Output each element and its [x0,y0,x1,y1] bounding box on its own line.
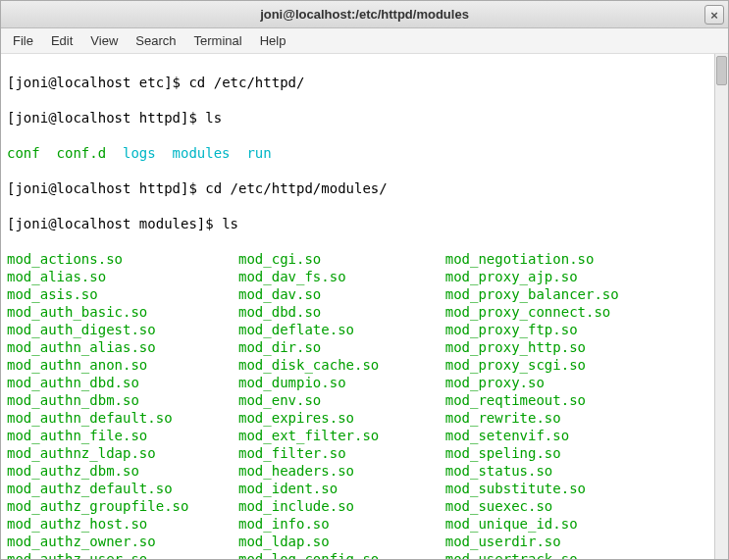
file-entry: mod_authz_user.so [7,550,238,559]
menu-edit[interactable]: Edit [51,33,73,48]
file-entry: mod_authn_alias.so [7,338,238,356]
window-title: joni@localhost:/etc/httpd/modules [260,7,469,22]
menu-file[interactable]: File [13,33,33,48]
file-entry: mod_dbd.so [238,303,445,321]
file-entry: mod_reqtimeout.so [445,391,619,409]
file-entry: mod_setenvif.so [445,427,619,444]
terminal-line: [joni@localhost httpd]$ cd /etc/httpd/mo… [7,179,722,197]
ls-column-2: mod_cgi.somod_dav_fs.somod_dav.somod_dbd… [238,250,445,559]
file-entry: mod_proxy_ftp.so [445,321,619,338]
file-entry: mod_authz_owner.so [7,533,238,550]
file-entry: mod_auth_basic.so [7,303,238,321]
file-entry: mod_deflate.so [238,321,445,338]
file-entry: mod_speling.so [445,444,619,462]
menu-bar: File Edit View Search Terminal Help [1,28,728,54]
command-text: ls [205,110,222,126]
terminal-line: [joni@localhost modules]$ ls [7,215,722,232]
file-entry: mod_authn_file.so [7,427,238,444]
dir-entry: logs [123,144,156,162]
terminal-area[interactable]: [joni@localhost etc]$ cd /etc/httpd/ [jo… [1,54,728,559]
menu-help[interactable]: Help [260,33,286,48]
file-entry: mod_dumpio.so [238,374,445,391]
scrollbar[interactable] [714,54,728,559]
file-entry: mod_disk_cache.so [238,356,445,374]
file-entry: mod_proxy_ajp.so [445,268,619,285]
dir-entry: conf [7,144,40,162]
file-entry: mod_info.so [238,515,445,533]
file-entry: mod_env.so [238,391,445,409]
file-entry: mod_expires.so [238,409,445,427]
terminal-window: joni@localhost:/etc/httpd/modules × File… [0,0,729,560]
menu-terminal[interactable]: Terminal [194,33,242,48]
file-entry: mod_proxy_scgi.so [445,356,619,374]
file-entry: mod_auth_digest.so [7,321,238,338]
terminal-line: [joni@localhost etc]$ cd /etc/httpd/ [7,74,722,91]
terminal-line: [joni@localhost httpd]$ ls [7,109,722,127]
file-entry: mod_proxy_http.so [445,338,619,356]
ls-output: confconf.dlogsmodulesrun [7,144,722,162]
file-entry: mod_actions.so [7,250,238,268]
file-entry: mod_negotiation.so [445,250,619,268]
file-entry: mod_proxy.so [445,374,619,391]
file-entry: mod_log_config.so [238,550,445,559]
file-entry: mod_dav.so [238,285,445,303]
file-entry: mod_authn_dbd.so [7,374,238,391]
file-entry: mod_authz_dbm.so [7,462,238,480]
file-entry: mod_authz_host.so [7,515,238,533]
file-entry: mod_authz_groupfile.so [7,497,238,515]
file-entry: mod_status.so [445,462,619,480]
file-entry: mod_userdir.so [445,533,619,550]
file-entry: mod_rewrite.so [445,409,619,427]
command-text: cd /etc/httpd/ [188,75,304,90]
file-entry: mod_cgi.so [238,250,445,268]
file-entry: mod_authn_dbm.so [7,391,238,409]
ls-column-3: mod_negotiation.somod_proxy_ajp.somod_pr… [445,250,619,559]
title-bar: joni@localhost:/etc/httpd/modules × [1,1,728,28]
file-entry: mod_substitute.so [445,480,619,497]
file-entry: mod_proxy_balancer.so [445,285,619,303]
file-entry: mod_ident.so [238,480,445,497]
prompt: [joni@localhost modules]$ [7,216,222,231]
prompt: [joni@localhost httpd]$ [7,180,205,196]
file-entry: mod_usertrack.so [445,550,619,559]
file-entry: mod_asis.so [7,285,238,303]
menu-search[interactable]: Search [135,33,176,48]
close-button[interactable]: × [704,5,724,25]
file-entry: mod_ldap.so [238,533,445,550]
file-entry: mod_authnz_ldap.so [7,444,238,462]
prompt: [joni@localhost etc]$ [7,75,188,90]
file-entry: mod_dir.so [238,338,445,356]
file-entry: mod_authn_anon.so [7,356,238,374]
dir-entry: conf.d [57,144,107,162]
close-icon: × [710,8,718,23]
file-entry: mod_include.so [238,497,445,515]
scroll-thumb[interactable] [716,56,727,85]
command-text: cd /etc/httpd/modules/ [205,180,387,196]
file-entry: mod_proxy_connect.so [445,303,619,321]
ls-column-1: mod_actions.somod_alias.somod_asis.somod… [7,250,238,559]
file-entry: mod_headers.so [238,462,445,480]
command-text: ls [222,216,238,231]
file-entry: mod_authz_default.so [7,480,238,497]
file-entry: mod_authn_default.so [7,409,238,427]
dir-entry: modules [173,144,231,162]
file-entry: mod_dav_fs.so [238,268,445,285]
file-entry: mod_suexec.so [445,497,619,515]
prompt: [joni@localhost httpd]$ [7,110,205,126]
file-entry: mod_alias.so [7,268,238,285]
file-entry: mod_unique_id.so [445,515,619,533]
file-entry: mod_ext_filter.so [238,427,445,444]
dir-entry: run [246,144,271,162]
menu-view[interactable]: View [90,33,118,48]
file-entry: mod_filter.so [238,444,445,462]
ls-output-columns: mod_actions.somod_alias.somod_asis.somod… [7,250,722,559]
